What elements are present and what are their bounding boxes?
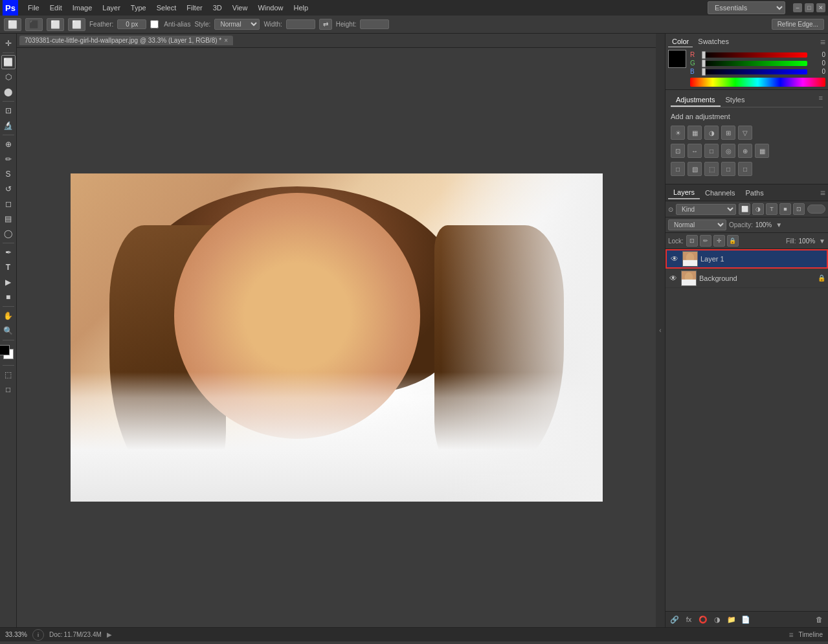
swap-wh-button[interactable]: ⇄	[319, 19, 332, 30]
close-button[interactable]: ✕	[816, 3, 825, 12]
opacity-dropdown[interactable]: ▼	[776, 221, 782, 228]
fg-color-box[interactable]	[0, 345, 10, 355]
menu-edit[interactable]: Edit	[45, 3, 67, 13]
lasso-tool[interactable]: ⬡	[1, 70, 16, 84]
filter-shape[interactable]: ■	[779, 203, 791, 215]
move-tool[interactable]: ✛	[1, 36, 16, 50]
adj-gradient-map[interactable]: ▽	[738, 126, 752, 140]
adj-channel-mixer[interactable]: ▦	[755, 144, 769, 158]
color-preview-swatch[interactable]	[668, 50, 686, 68]
rectangle-select-tool[interactable]: ⬜	[1, 55, 16, 69]
blend-mode-select[interactable]: Normal	[668, 219, 726, 230]
layer-row[interactable]: 👁 Layer 1	[666, 249, 828, 269]
menu-file[interactable]: File	[23, 3, 44, 13]
new-group-button[interactable]: 📁	[725, 613, 738, 626]
menu-select[interactable]: Select	[152, 3, 181, 13]
refine-edge-button[interactable]: Refine Edge...	[772, 19, 824, 30]
adj-invert[interactable]: □	[671, 162, 685, 176]
tab-styles[interactable]: Styles	[721, 94, 750, 107]
quick-mask-tool[interactable]: ⬚	[1, 368, 16, 382]
eyedropper-tool[interactable]: 🔬	[1, 118, 16, 133]
adj-color-lookup[interactable]: □	[738, 162, 752, 176]
menu-help[interactable]: Help	[289, 3, 313, 13]
green-thumb[interactable]	[702, 60, 706, 67]
brush-tool[interactable]: ✏	[1, 152, 16, 166]
dodge-tool[interactable]: ◯	[1, 227, 16, 241]
shape-tool[interactable]: ■	[1, 290, 16, 304]
tab-color[interactable]: Color	[668, 36, 693, 47]
adj-brightness[interactable]: ☀	[671, 126, 685, 140]
crop-tool[interactable]: ⊡	[1, 104, 16, 118]
layer-visibility-toggle[interactable]: 👁	[669, 254, 680, 264]
width-input[interactable]	[286, 19, 315, 29]
tool-extra1[interactable]: ⬛	[25, 18, 43, 31]
height-input[interactable]	[360, 19, 389, 29]
pen-tool[interactable]: ✒	[1, 245, 16, 260]
eraser-tool[interactable]: ◻	[1, 197, 16, 211]
menu-filter[interactable]: Filter	[182, 3, 207, 13]
fill-dropdown[interactable]: ▼	[819, 238, 825, 245]
filter-type[interactable]: T	[766, 203, 778, 215]
tab-adjustments[interactable]: Adjustments	[671, 94, 721, 107]
new-adjustment-button[interactable]: ◑	[711, 613, 724, 626]
status-info-button[interactable]: i	[32, 629, 44, 641]
screen-mode-tool[interactable]: □	[1, 383, 16, 397]
adj-exposure[interactable]: ⊞	[721, 126, 735, 140]
delete-layer-button[interactable]: 🗑	[812, 613, 825, 626]
spot-heal-tool[interactable]: ⊕	[1, 137, 16, 151]
color-spectrum[interactable]	[690, 78, 825, 87]
tool-extra3[interactable]: ⬜	[68, 18, 85, 31]
menu-view[interactable]: View	[228, 3, 252, 13]
adj-hsl[interactable]: ↔	[688, 144, 702, 158]
tab-channels[interactable]: Channels	[700, 187, 740, 199]
new-layer-button[interactable]: 📄	[739, 613, 752, 626]
menu-type[interactable]: Type	[126, 3, 151, 13]
zoom-tool[interactable]: 🔍	[1, 324, 16, 338]
feather-input[interactable]	[117, 19, 146, 29]
layer-fx-button[interactable]: fx	[682, 613, 695, 626]
link-layers-button[interactable]: 🔗	[668, 613, 681, 626]
menu-3d[interactable]: 3D	[208, 3, 227, 13]
layers-panel-menu[interactable]: ≡	[820, 188, 825, 198]
blue-thumb[interactable]	[702, 68, 706, 76]
path-select-tool[interactable]: ▶	[1, 275, 16, 289]
timeline-toggle[interactable]: ≡	[789, 630, 794, 639]
canvas-viewport[interactable]	[17, 48, 656, 627]
adj-curves[interactable]: ◑	[704, 126, 719, 140]
adj-color-balance[interactable]: □	[704, 144, 719, 158]
red-slider[interactable]	[702, 52, 807, 58]
adjust-panel-menu[interactable]: ≡	[819, 94, 823, 107]
gradient-tool[interactable]: ▤	[1, 212, 16, 226]
menu-layer[interactable]: Layer	[98, 3, 125, 13]
menu-window[interactable]: Window	[253, 3, 287, 13]
filter-adj[interactable]: ◑	[752, 203, 764, 215]
tab-layers[interactable]: Layers	[668, 186, 700, 199]
tab-close-button[interactable]: ×	[224, 37, 228, 44]
lock-image[interactable]: ✏	[700, 235, 711, 247]
adj-photo-filter[interactable]: ⊕	[738, 144, 752, 158]
color-panel-menu[interactable]: ≡	[820, 37, 825, 47]
adj-posterize[interactable]: ▧	[688, 162, 702, 176]
quick-select-tool[interactable]: ⬤	[1, 85, 16, 99]
lock-transparent[interactable]: ⊡	[686, 235, 698, 247]
document-tab[interactable]: 7039381-cute-little-girl-hd-wallpaper.jp…	[19, 36, 233, 45]
antialias-checkbox[interactable]	[150, 20, 159, 28]
lock-position[interactable]: ✛	[713, 235, 725, 247]
filter-pixel[interactable]: ⬜	[739, 203, 750, 215]
tool-extra2[interactable]: ⬜	[47, 18, 64, 31]
blue-slider[interactable]	[702, 69, 807, 74]
adj-bw[interactable]: ◎	[721, 144, 735, 158]
adj-levels[interactable]: ▦	[688, 126, 702, 140]
filter-toggle[interactable]	[807, 205, 825, 214]
tool-preset-btn[interactable]: ⬜	[4, 18, 21, 31]
filter-select[interactable]: Kind	[676, 204, 736, 215]
green-slider[interactable]	[702, 61, 807, 66]
layer-visibility-toggle[interactable]: 👁	[668, 273, 678, 283]
red-thumb[interactable]	[702, 51, 706, 59]
add-mask-button[interactable]: ⭕	[697, 613, 710, 626]
maximize-button[interactable]: □	[805, 3, 814, 12]
minimize-button[interactable]: –	[793, 3, 802, 12]
tab-paths[interactable]: Paths	[741, 187, 769, 199]
menu-image[interactable]: Image	[68, 3, 97, 13]
text-tool[interactable]: T	[1, 260, 16, 274]
